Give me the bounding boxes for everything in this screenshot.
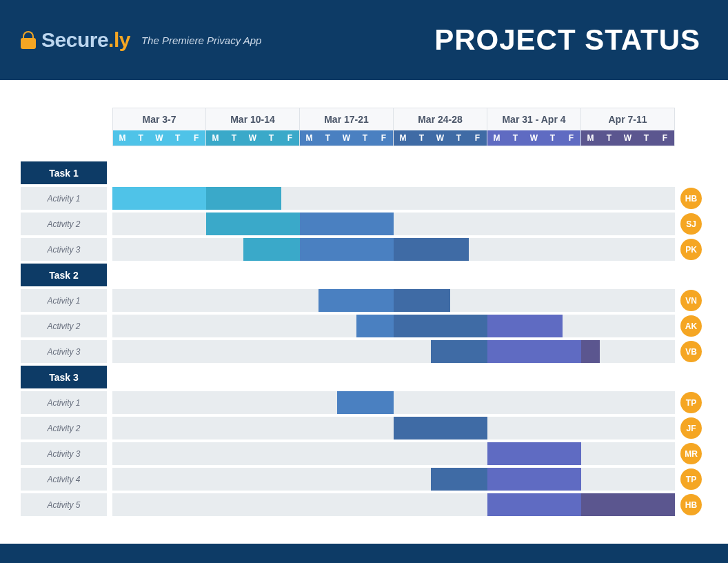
gantt-bar bbox=[581, 493, 675, 516]
gantt-bar bbox=[206, 187, 281, 210]
day-row: MTWTF bbox=[394, 130, 487, 146]
week-header: Apr 7-11MTWTF bbox=[581, 108, 675, 146]
gantt-bar bbox=[394, 315, 487, 337]
task-header: Task 2 bbox=[21, 264, 107, 286]
day-cell: W bbox=[525, 130, 543, 146]
day-cell: T bbox=[449, 130, 468, 146]
header-bar: Secure.ly The Premiere Privacy App PROJE… bbox=[0, 0, 728, 80]
day-row: MTWTF bbox=[113, 130, 205, 146]
day-cell: W bbox=[150, 130, 169, 146]
activity-track bbox=[112, 493, 675, 516]
activity-track bbox=[112, 340, 675, 363]
day-cell: F bbox=[562, 130, 580, 146]
gantt-bar bbox=[300, 213, 394, 235]
week-label: Mar 17-21 bbox=[300, 108, 393, 130]
day-cell: F bbox=[187, 130, 205, 146]
day-cell: M bbox=[581, 130, 600, 146]
gantt-bar bbox=[394, 289, 450, 312]
day-row: MTWTF bbox=[581, 130, 674, 146]
gantt-bar bbox=[112, 187, 206, 210]
day-cell: M bbox=[300, 130, 318, 146]
week-label: Mar 10-14 bbox=[206, 108, 299, 130]
gantt-bar bbox=[356, 315, 394, 337]
day-cell: F bbox=[468, 130, 487, 146]
brand-text: Secure.ly bbox=[41, 28, 130, 52]
activity-track bbox=[112, 187, 675, 210]
day-row: MTWTF bbox=[300, 130, 393, 146]
activity-track bbox=[112, 468, 675, 491]
brand-name-secure: Secure bbox=[41, 28, 108, 51]
activity-label: Activity 4 bbox=[21, 468, 107, 491]
activity-label: Activity 5 bbox=[21, 493, 107, 516]
gantt-bar bbox=[243, 238, 300, 261]
activity-label: Activity 2 bbox=[21, 213, 107, 235]
gantt-bar bbox=[394, 417, 487, 439]
day-cell: M bbox=[113, 130, 132, 146]
timeline-header: Mar 3-7MTWTFMar 10-14MTWTFMar 17-21MTWTF… bbox=[112, 108, 707, 146]
activity-row: Activity 3PK bbox=[21, 238, 707, 261]
activity-track bbox=[112, 289, 675, 312]
day-cell: T bbox=[318, 130, 337, 146]
activity-label: Activity 1 bbox=[21, 391, 107, 414]
owner-avatar: VN bbox=[680, 290, 702, 311]
activity-track bbox=[112, 315, 675, 337]
week-label: Apr 7-11 bbox=[581, 108, 674, 130]
activity-label: Activity 1 bbox=[21, 187, 107, 210]
gantt-bar bbox=[487, 468, 581, 491]
owner-avatar: HB bbox=[680, 188, 702, 209]
owner-avatar: MR bbox=[680, 443, 702, 464]
day-cell: T bbox=[637, 130, 656, 146]
task-header: Task 3 bbox=[21, 366, 107, 388]
week-header: Mar 31 - Apr 4MTWTF bbox=[487, 108, 581, 146]
owner-avatar: TP bbox=[680, 468, 702, 490]
day-cell: T bbox=[412, 130, 431, 146]
gantt-bar bbox=[206, 213, 300, 235]
activity-track bbox=[112, 238, 675, 261]
footer-bar bbox=[0, 544, 728, 563]
brand-block: Secure.ly The Premiere Privacy App bbox=[21, 28, 261, 52]
owner-avatar: TP bbox=[680, 392, 702, 413]
day-cell: T bbox=[356, 130, 374, 146]
gantt-bar bbox=[431, 468, 487, 491]
brand-logo: Secure.ly bbox=[21, 28, 130, 52]
brand-name-ly: ly bbox=[114, 28, 130, 51]
page-title: PROJECT STATUS bbox=[434, 23, 700, 57]
day-cell: W bbox=[431, 130, 449, 146]
activity-label: Activity 3 bbox=[21, 340, 107, 363]
owner-avatar: HB bbox=[680, 494, 702, 515]
week-label: Mar 3-7 bbox=[113, 108, 205, 130]
day-cell: T bbox=[600, 130, 618, 146]
gantt-bar bbox=[487, 493, 581, 516]
activity-row: Activity 3MR bbox=[21, 442, 707, 465]
gantt-bar bbox=[300, 238, 394, 261]
day-cell: T bbox=[225, 130, 243, 146]
gantt-chart: Mar 3-7MTWTFMar 10-14MTWTFMar 17-21MTWTF… bbox=[0, 80, 728, 516]
week-header: Mar 3-7MTWTF bbox=[112, 108, 206, 146]
activity-row: Activity 1HB bbox=[21, 187, 707, 210]
owner-avatar: PK bbox=[680, 239, 702, 260]
gantt-bar bbox=[581, 340, 600, 363]
day-cell: W bbox=[243, 130, 262, 146]
activity-track bbox=[112, 213, 675, 235]
activity-label: Activity 3 bbox=[21, 442, 107, 465]
activity-label: Activity 2 bbox=[21, 315, 107, 337]
day-cell: M bbox=[394, 130, 412, 146]
activity-label: Activity 1 bbox=[21, 289, 107, 312]
activity-row: Activity 4TP bbox=[21, 468, 707, 491]
day-cell: F bbox=[374, 130, 393, 146]
gantt-bar bbox=[487, 315, 563, 337]
gantt-bar bbox=[431, 340, 487, 363]
activity-row: Activity 1VN bbox=[21, 289, 707, 312]
day-row: MTWTF bbox=[206, 130, 299, 146]
week-label: Mar 24-28 bbox=[394, 108, 487, 130]
task-header: Task 1 bbox=[21, 161, 107, 184]
week-header: Mar 24-28MTWTF bbox=[394, 108, 487, 146]
activity-track bbox=[112, 442, 675, 465]
activity-row: Activity 3VB bbox=[21, 340, 707, 363]
brand-name-dot: . bbox=[108, 28, 114, 51]
activity-track bbox=[112, 391, 675, 414]
activity-row: Activity 5HB bbox=[21, 493, 707, 516]
day-cell: T bbox=[506, 130, 525, 146]
day-cell: F bbox=[656, 130, 674, 146]
gantt-bar bbox=[487, 340, 581, 363]
